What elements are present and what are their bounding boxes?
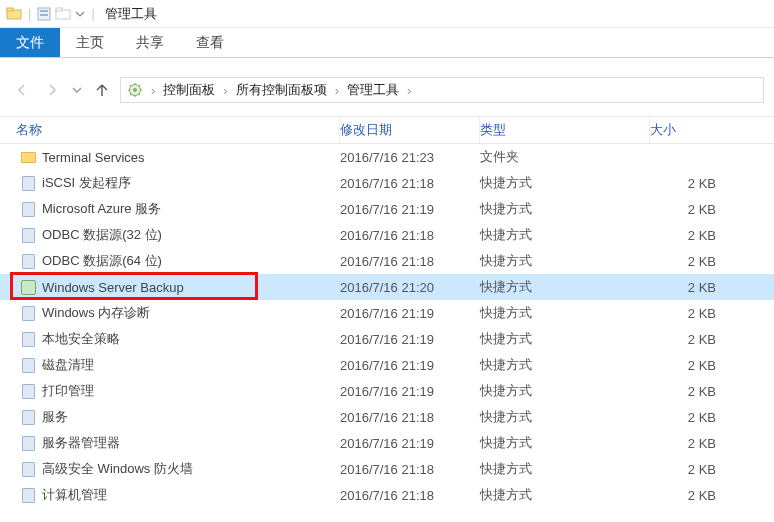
navbar: › 控制面板 › 所有控制面板项 › 管理工具 › <box>0 74 774 106</box>
chevron-right-icon[interactable]: › <box>407 83 411 98</box>
tab-1[interactable]: 主页 <box>60 28 120 57</box>
column-header-size[interactable]: 大小 <box>650 117 740 143</box>
column-header-name[interactable]: 名称 <box>0 117 340 143</box>
chevron-right-icon[interactable]: › <box>335 83 339 98</box>
file-size: 2 KB <box>650 488 740 503</box>
file-name: ODBC 数据源(64 位) <box>42 252 162 270</box>
ribbon-tabs: 文件主页共享查看 <box>0 28 774 58</box>
file-date: 2016/7/16 21:19 <box>340 436 480 451</box>
file-date: 2016/7/16 21:19 <box>340 384 480 399</box>
shortcut-icon <box>20 487 36 503</box>
tab-2[interactable]: 共享 <box>120 28 180 57</box>
back-button[interactable] <box>10 78 34 102</box>
file-row[interactable]: 打印管理2016/7/16 21:19快捷方式2 KB <box>0 378 774 404</box>
titlebar-sep: | <box>28 6 31 21</box>
backup-icon <box>20 279 36 295</box>
file-type: 快捷方式 <box>480 434 650 452</box>
svg-rect-1 <box>7 8 13 11</box>
file-type: 快捷方式 <box>480 174 650 192</box>
file-row[interactable]: 高级安全 Windows 防火墙2016/7/16 21:18快捷方式2 KB <box>0 456 774 482</box>
shortcut-icon <box>20 435 36 451</box>
shortcut-icon <box>20 175 36 191</box>
file-name: 服务 <box>42 408 68 426</box>
properties-icon[interactable] <box>37 7 51 21</box>
blank-folder-icon[interactable] <box>55 7 71 21</box>
file-type: 快捷方式 <box>480 408 650 426</box>
file-type: 文件夹 <box>480 148 650 166</box>
file-type: 快捷方式 <box>480 252 650 270</box>
column-header-date[interactable]: 修改日期 <box>340 117 480 143</box>
file-size: 2 KB <box>650 332 740 347</box>
file-date: 2016/7/16 21:19 <box>340 358 480 373</box>
file-name: ODBC 数据源(32 位) <box>42 226 162 244</box>
file-row[interactable]: 磁盘清理2016/7/16 21:19快捷方式2 KB <box>0 352 774 378</box>
chevron-right-icon[interactable]: › <box>151 83 155 98</box>
file-size: 2 KB <box>650 202 740 217</box>
shortcut-icon <box>20 461 36 477</box>
breadcrumb[interactable]: › 控制面板 › 所有控制面板项 › 管理工具 › <box>120 77 764 103</box>
file-date: 2016/7/16 21:19 <box>340 306 480 321</box>
svg-rect-4 <box>40 14 48 16</box>
file-row[interactable]: Terminal Services2016/7/16 21:23文件夹 <box>0 144 774 170</box>
tab-0[interactable]: 文件 <box>0 28 60 57</box>
svg-rect-6 <box>56 8 62 11</box>
file-row[interactable]: iSCSI 发起程序2016/7/16 21:18快捷方式2 KB <box>0 170 774 196</box>
file-name: Windows 内存诊断 <box>42 304 150 322</box>
shortcut-icon <box>20 383 36 399</box>
breadcrumb-item[interactable]: 管理工具 <box>347 81 399 99</box>
file-date: 2016/7/16 21:19 <box>340 332 480 347</box>
file-date: 2016/7/16 21:18 <box>340 254 480 269</box>
folder-icon <box>20 149 36 165</box>
file-type: 快捷方式 <box>480 278 650 296</box>
file-row[interactable]: Windows Server Backup2016/7/16 21:20快捷方式… <box>0 274 774 300</box>
file-row[interactable]: 服务2016/7/16 21:18快捷方式2 KB <box>0 404 774 430</box>
file-date: 2016/7/16 21:19 <box>340 202 480 217</box>
file-name: 磁盘清理 <box>42 356 94 374</box>
file-type: 快捷方式 <box>480 200 650 218</box>
file-name: Windows Server Backup <box>42 280 184 295</box>
file-row[interactable]: ODBC 数据源(64 位)2016/7/16 21:18快捷方式2 KB <box>0 248 774 274</box>
forward-button[interactable] <box>40 78 64 102</box>
file-name: Terminal Services <box>42 150 145 165</box>
file-size: 2 KB <box>650 228 740 243</box>
shortcut-icon <box>20 331 36 347</box>
breadcrumb-item[interactable]: 所有控制面板项 <box>236 81 327 99</box>
file-type: 快捷方式 <box>480 226 650 244</box>
shortcut-icon <box>20 305 36 321</box>
file-date: 2016/7/16 21:18 <box>340 410 480 425</box>
breadcrumb-item[interactable]: 控制面板 <box>163 81 215 99</box>
file-row[interactable]: Windows 内存诊断2016/7/16 21:19快捷方式2 KB <box>0 300 774 326</box>
recent-dropdown-icon[interactable] <box>70 78 84 102</box>
file-size: 2 KB <box>650 306 740 321</box>
file-row[interactable]: 计算机管理2016/7/16 21:18快捷方式2 KB <box>0 482 774 508</box>
file-type: 快捷方式 <box>480 330 650 348</box>
file-size: 2 KB <box>650 280 740 295</box>
file-row[interactable]: 本地安全策略2016/7/16 21:19快捷方式2 KB <box>0 326 774 352</box>
tab-3[interactable]: 查看 <box>180 28 240 57</box>
file-row[interactable]: ODBC 数据源(32 位)2016/7/16 21:18快捷方式2 KB <box>0 222 774 248</box>
file-name: Microsoft Azure 服务 <box>42 200 161 218</box>
chevron-right-icon[interactable]: › <box>223 83 227 98</box>
file-type: 快捷方式 <box>480 486 650 504</box>
file-size: 2 KB <box>650 254 740 269</box>
file-name: 打印管理 <box>42 382 94 400</box>
file-type: 快捷方式 <box>480 460 650 478</box>
file-row[interactable]: 服务器管理器2016/7/16 21:19快捷方式2 KB <box>0 430 774 456</box>
column-header-type[interactable]: 类型 <box>480 117 650 143</box>
file-name: iSCSI 发起程序 <box>42 174 131 192</box>
file-name: 计算机管理 <box>42 486 107 504</box>
file-row[interactable]: Microsoft Azure 服务2016/7/16 21:19快捷方式2 K… <box>0 196 774 222</box>
file-date: 2016/7/16 21:23 <box>340 150 480 165</box>
dropdown-caret-icon[interactable] <box>75 7 85 21</box>
file-type: 快捷方式 <box>480 356 650 374</box>
file-type: 快捷方式 <box>480 304 650 322</box>
file-date: 2016/7/16 21:18 <box>340 462 480 477</box>
file-size: 2 KB <box>650 176 740 191</box>
window-title: 管理工具 <box>105 5 157 23</box>
shortcut-icon <box>20 253 36 269</box>
file-size: 2 KB <box>650 384 740 399</box>
file-list: Terminal Services2016/7/16 21:23文件夹iSCSI… <box>0 144 774 508</box>
titlebar-sep2: | <box>91 6 94 21</box>
file-date: 2016/7/16 21:18 <box>340 228 480 243</box>
up-button[interactable] <box>90 78 114 102</box>
